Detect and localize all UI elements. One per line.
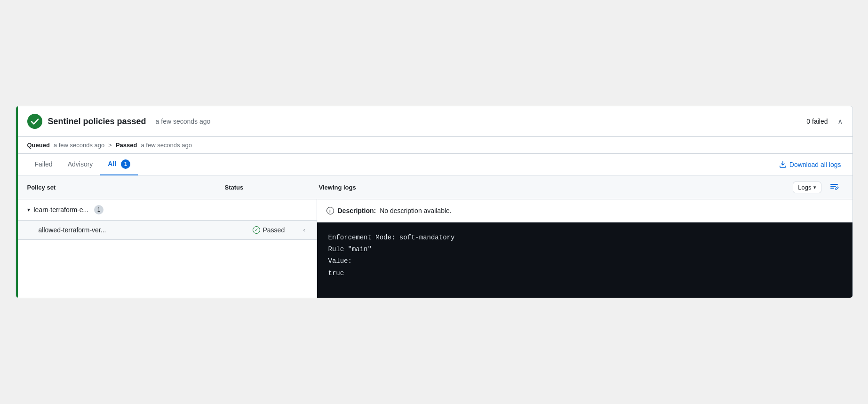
col-logs-header: Viewing logs <box>319 184 793 191</box>
edit-icon <box>829 182 839 192</box>
tab-failed[interactable]: Failed <box>27 155 60 174</box>
svg-rect-2 <box>830 186 836 187</box>
tabs-row: Failed Advisory All 1 Download all logs <box>16 154 852 175</box>
policy-group-badge: 1 <box>94 205 104 214</box>
collapse-icon[interactable]: ∧ <box>837 117 843 126</box>
tab-advisory[interactable]: Advisory <box>60 155 101 174</box>
logs-dropdown-label: Logs <box>798 184 811 191</box>
download-all-logs-button[interactable]: Download all logs <box>779 155 841 174</box>
description-label: Description: <box>338 207 376 214</box>
policy-item-status-label: Passed <box>263 226 285 234</box>
info-icon: i <box>326 207 334 214</box>
sentinel-policies-card: Sentinel policies passed a few seconds a… <box>16 106 853 298</box>
header-row: Sentinel policies passed a few seconds a… <box>16 106 852 137</box>
svg-rect-1 <box>830 184 838 185</box>
col-policy-header: Policy set <box>27 184 225 191</box>
left-panel: ▾ learn-terraform-e... 1 allowed-terrafo… <box>16 199 317 298</box>
breadcrumb-queued-time: a few seconds ago <box>54 142 104 149</box>
log-line-5: true <box>328 268 841 279</box>
policy-item-collapse-icon[interactable]: ‹ <box>303 227 305 233</box>
logs-dropdown[interactable]: Logs ▾ <box>793 182 821 193</box>
tab-all-label: All <box>108 160 116 167</box>
table-header: Policy set Status Viewing logs Logs ▾ <box>16 175 852 199</box>
policy-item-status: Passed <box>253 226 300 234</box>
log-line-3: Rule "main" <box>328 244 841 255</box>
tab-advisory-label: Advisory <box>68 160 93 168</box>
description-value: No description available. <box>380 207 452 214</box>
header-timestamp: a few seconds ago <box>156 118 211 125</box>
breadcrumb-row: Queued a few seconds ago > Passed a few … <box>16 137 852 154</box>
edit-logs-icon-button[interactable] <box>827 180 841 194</box>
policy-group-name: learn-terraform-e... <box>34 206 89 214</box>
download-all-logs-label: Download all logs <box>789 161 841 168</box>
log-line-4: Value: <box>328 255 841 267</box>
svg-rect-3 <box>830 188 834 189</box>
breadcrumb-queued-label: Queued <box>27 142 50 149</box>
log-output-area: Enforcement Mode: soft-mandatory Rule "m… <box>317 222 852 298</box>
header-title: Sentinel policies passed <box>48 117 146 127</box>
description-row: i Description: No description available. <box>317 199 852 222</box>
col-status-header: Status <box>225 184 319 191</box>
policy-item-row[interactable]: allowed-terraform-ver... Passed ‹ <box>16 221 317 240</box>
log-line-1: Enforcement Mode: soft-mandatory <box>328 232 841 244</box>
success-check-icon <box>27 114 42 129</box>
failed-count: 0 failed <box>806 118 828 125</box>
breadcrumb-passed-label: Passed <box>116 142 137 149</box>
passed-check-icon <box>253 226 260 234</box>
tab-failed-label: Failed <box>35 160 53 168</box>
table-header-right: Logs ▾ <box>793 180 841 194</box>
breadcrumb-arrow: > <box>108 142 112 149</box>
svg-point-0 <box>28 114 42 128</box>
tab-all-badge: 1 <box>121 159 130 169</box>
policy-group-row[interactable]: ▾ learn-terraform-e... 1 <box>16 199 317 221</box>
policy-item-name: allowed-terraform-ver... <box>39 226 249 234</box>
chevron-down-icon: ▾ <box>813 184 816 190</box>
right-panel: i Description: No description available.… <box>317 199 852 298</box>
breadcrumb-passed-time: a few seconds ago <box>141 142 191 149</box>
table-content: ▾ learn-terraform-e... 1 allowed-terrafo… <box>16 199 852 298</box>
tab-all[interactable]: All 1 <box>100 154 138 175</box>
download-icon <box>779 161 787 168</box>
group-expand-icon[interactable]: ▾ <box>27 206 30 213</box>
